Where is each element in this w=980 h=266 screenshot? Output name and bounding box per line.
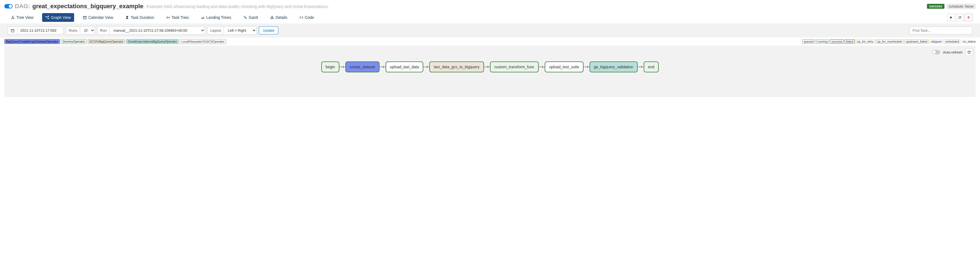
tab-label: Tree View bbox=[16, 15, 33, 20]
code-icon bbox=[299, 16, 303, 19]
svg-point-0 bbox=[12, 16, 13, 17]
retry-icon bbox=[166, 16, 170, 19]
state-badge[interactable]: running bbox=[816, 39, 829, 44]
operator-badge[interactable]: GCSToBigQueryOperator bbox=[88, 39, 125, 44]
warning-icon bbox=[270, 16, 274, 19]
operator-badge[interactable]: BigQueryCreateEmptyDatasetOperator bbox=[5, 39, 60, 44]
tree-icon bbox=[11, 16, 15, 19]
svg-rect-9 bbox=[245, 18, 247, 19]
operator-badge[interactable]: GreatExpectationsBigQueryOperator bbox=[126, 39, 178, 44]
svg-rect-6 bbox=[83, 16, 86, 19]
tab-tries[interactable]: Task Tries bbox=[163, 13, 192, 22]
gantt-icon bbox=[243, 16, 247, 19]
state-badge[interactable]: upstream_failed bbox=[905, 39, 929, 44]
svg-rect-5 bbox=[48, 18, 49, 19]
task-node-end[interactable]: end bbox=[644, 62, 659, 72]
calendar-icon bbox=[83, 16, 87, 19]
edge-arrow bbox=[380, 66, 385, 67]
edge-arrow bbox=[339, 66, 345, 67]
tab-graph[interactable]: Graph View bbox=[42, 13, 74, 22]
state-badge[interactable]: queued bbox=[802, 39, 815, 44]
state-badge[interactable]: skipped bbox=[930, 39, 943, 44]
tab-label: Details bbox=[275, 15, 287, 20]
task-node-upload_taxi_data[interactable]: upload_taxi_data bbox=[385, 62, 423, 72]
tab-label: Gantt bbox=[249, 15, 258, 20]
layout-select[interactable]: Left > Right bbox=[224, 26, 256, 35]
svg-rect-3 bbox=[46, 16, 47, 17]
runs-select[interactable]: 25 bbox=[80, 26, 95, 35]
task-node-ge_bigquery_validation[interactable]: ge_bigquery_validation bbox=[590, 62, 638, 72]
update-button[interactable]: Update bbox=[259, 27, 278, 35]
refresh-button[interactable] bbox=[956, 14, 964, 21]
edge-arrow bbox=[539, 66, 545, 67]
refresh-icon bbox=[958, 16, 961, 19]
delete-dag-button[interactable] bbox=[965, 14, 972, 21]
operator-badge[interactable]: DummyOperator bbox=[61, 39, 86, 44]
tab-code[interactable]: Code bbox=[296, 13, 317, 22]
task-node-begin[interactable]: begin bbox=[321, 62, 339, 72]
trash-icon bbox=[967, 16, 970, 19]
tab-label: Task Tries bbox=[172, 15, 189, 20]
operator-badge[interactable]: LocalFilesystemToGCSOperator bbox=[180, 39, 226, 44]
tab-label: Landing Times bbox=[207, 15, 231, 20]
graph-icon bbox=[45, 16, 49, 19]
edge-arrow bbox=[638, 66, 644, 67]
runs-label: Runs bbox=[66, 26, 80, 35]
svg-rect-4 bbox=[48, 16, 49, 17]
dag-label: DAG: bbox=[15, 3, 30, 10]
graph-refresh-button[interactable] bbox=[965, 48, 973, 56]
run-select[interactable]: manual__2021-11-10T21:17:58.156963+00:00 bbox=[110, 26, 205, 35]
tab-calendar[interactable]: Calendar View bbox=[80, 13, 116, 22]
state-badge[interactable]: failed bbox=[845, 39, 854, 44]
no-status-label: no_status bbox=[963, 40, 975, 43]
task-node-upload_test_suite[interactable]: upload_test_suite bbox=[545, 62, 584, 72]
tab-gantt[interactable]: Gantt bbox=[240, 13, 261, 22]
edge-arrow bbox=[484, 66, 490, 67]
state-badge[interactable]: scheduled bbox=[944, 39, 960, 44]
status-badge: success bbox=[927, 4, 944, 9]
edge-arrow bbox=[423, 66, 429, 67]
dag-enable-toggle[interactable] bbox=[5, 4, 13, 8]
dag-id: great_expectations_bigquery_example bbox=[32, 3, 143, 10]
state-badge[interactable]: up_for_retry bbox=[856, 39, 875, 44]
tab-tree[interactable]: Tree View bbox=[8, 13, 37, 22]
state-badge[interactable]: up_for_reschedule bbox=[876, 39, 904, 44]
svg-rect-7 bbox=[243, 16, 245, 17]
run-label: Run bbox=[97, 26, 110, 35]
tab-landing[interactable]: Landing Times bbox=[198, 13, 235, 22]
dag-description: Example DAG showcasing loading and data … bbox=[146, 4, 329, 9]
task-node-taxi_data_gcs_to_bigquery[interactable]: taxi_data_gcs_to_bigquery bbox=[429, 62, 484, 72]
schedule-badge: schedule: None bbox=[947, 4, 975, 9]
tab-label: Graph View bbox=[51, 15, 71, 20]
base-date-input[interactable] bbox=[17, 27, 64, 35]
trigger-dag-button[interactable] bbox=[947, 14, 955, 21]
find-task-input[interactable] bbox=[910, 27, 972, 35]
tab-label: Calendar View bbox=[88, 15, 113, 20]
state-badge[interactable]: success bbox=[830, 39, 843, 44]
auto-refresh-toggle[interactable] bbox=[932, 50, 940, 54]
svg-rect-8 bbox=[245, 17, 246, 18]
tab-label: Code bbox=[305, 15, 314, 20]
tab-duration[interactable]: Task Duration bbox=[122, 13, 158, 22]
play-icon bbox=[950, 16, 953, 19]
landing-icon bbox=[201, 16, 205, 19]
edge-arrow bbox=[584, 66, 590, 67]
hourglass-icon bbox=[125, 16, 129, 19]
tab-label: Task Duration bbox=[131, 15, 154, 20]
auto-refresh-label: Auto-refresh bbox=[943, 50, 963, 54]
task-node-create_dataset[interactable]: create_dataset bbox=[345, 62, 380, 72]
task-node-custom_transform_func[interactable]: custom_transform_func bbox=[490, 62, 539, 72]
tab-details[interactable]: Details bbox=[267, 13, 291, 22]
svg-rect-10 bbox=[11, 29, 14, 32]
calendar-addon-icon bbox=[8, 27, 17, 35]
layout-label: Layout bbox=[207, 26, 224, 35]
